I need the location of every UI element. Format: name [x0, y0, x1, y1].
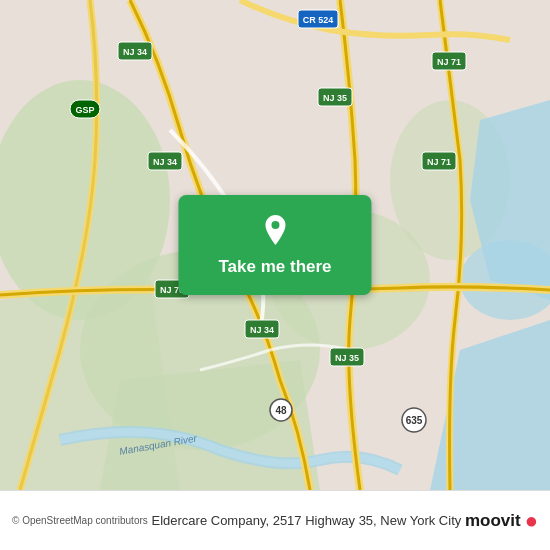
svg-marker-6 — [100, 360, 320, 490]
take-me-there-button[interactable]: Take me there — [178, 195, 371, 295]
svg-text:NJ 71: NJ 71 — [427, 157, 451, 167]
svg-text:NJ 35: NJ 35 — [335, 353, 359, 363]
svg-text:CR 524: CR 524 — [303, 15, 334, 25]
svg-text:NJ 34: NJ 34 — [123, 47, 147, 57]
svg-text:NJ 71: NJ 71 — [437, 57, 461, 67]
svg-text:GSP: GSP — [75, 105, 94, 115]
svg-text:48: 48 — [275, 405, 287, 416]
svg-text:635: 635 — [406, 415, 423, 426]
map-container: NJ 34 NJ 34 NJ 34 NJ 35 NJ 35 NJ 71 NJ 7… — [0, 0, 550, 490]
take-me-there-container: Take me there — [178, 195, 371, 295]
location-text: Eldercare Company, 2517 Highway 35, New … — [148, 513, 465, 528]
svg-text:NJ 34: NJ 34 — [250, 325, 274, 335]
moovit-dot-icon: ● — [525, 510, 538, 532]
svg-text:NJ 35: NJ 35 — [323, 93, 347, 103]
svg-point-35 — [271, 221, 279, 229]
moovit-logo-text: moovit — [465, 511, 521, 531]
osm-attribution: © OpenStreetMap contributors — [12, 515, 148, 526]
location-pin-icon — [257, 213, 293, 249]
take-me-there-label: Take me there — [218, 257, 331, 277]
svg-text:NJ 34: NJ 34 — [153, 157, 177, 167]
bottom-bar: © OpenStreetMap contributors Eldercare C… — [0, 490, 550, 550]
moovit-logo: moovit ● — [465, 510, 538, 532]
